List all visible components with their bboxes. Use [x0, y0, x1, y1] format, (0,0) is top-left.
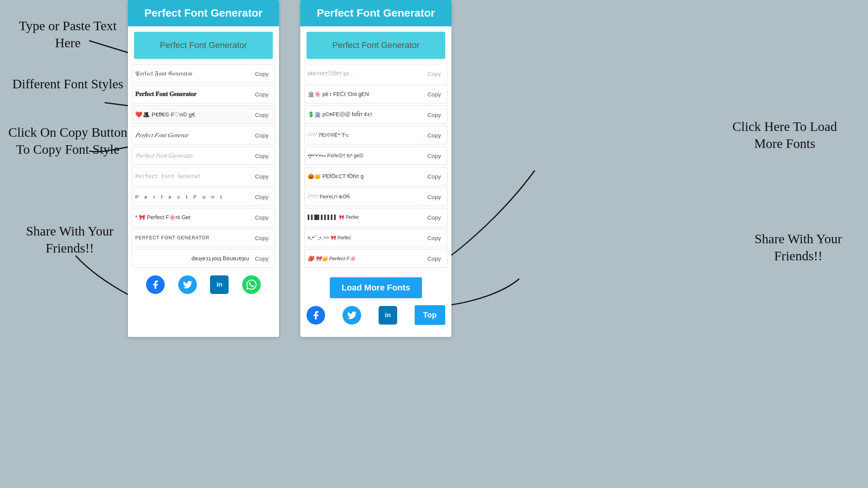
copy-btn-r5[interactable]: Copy — [424, 172, 444, 181]
font-text-r3: ∙′∙′∙′∙′ ℙEr©®Ē⁴ 千c — [308, 132, 422, 139]
copy-btn-6[interactable]: Copy — [251, 172, 272, 181]
twitter-icon-right[interactable] — [343, 306, 361, 325]
font-row-r9: 🎒·🎀👑 Perfect F🌸 Copy — [304, 249, 448, 268]
annotation-load-more: Click Here To Load More Fonts — [725, 118, 845, 152]
font-row-7: P e r f e c t F o n t Copy — [132, 187, 275, 206]
facebook-icon-left[interactable] — [146, 275, 165, 294]
font-text-r1: 🏛️🌸 pé r FEČt 'Ont gEN — [308, 91, 422, 97]
font-text-r8: ¤„•°¯„•..>> 🎀 Perfec — [308, 235, 422, 241]
linkedin-icon-left[interactable]: in — [210, 275, 229, 294]
annotation-share-left: Share With Your Friends!! — [19, 223, 120, 257]
font-text-9: PERFECT FONT GENERATOR — [135, 235, 249, 241]
annotation-click-copy: Click On Copy Button To Copy Font Style — [8, 124, 128, 158]
font-row-r8: ¤„•°¯„•..>> 🎀 Perfec Copy — [304, 229, 448, 247]
font-row-5: 𝘗𝘦𝘳𝘧𝘦𝘤𝘵 𝘍𝘰𝘯𝘵 𝘎𝘦𝘯𝘦𝘳𝘢𝘵𝘰 Copy — [132, 146, 275, 165]
font-text-r6: ∙′∙′∙′∙′∙′ Pея'eL⊓ ⊕ÔÑ — [308, 194, 422, 199]
copy-btn-r3[interactable]: Copy — [424, 131, 444, 140]
font-row-4: 𝑃𝑒𝑟𝑓𝑒𝑐𝑡 𝐹𝑜𝑛𝑡 𝐺𝑒𝑛𝑒𝑟𝑎𝑡 Copy — [132, 126, 275, 144]
font-text-r7: ▌▌█▌▌▌▌▌▌ 🎀 Perfec — [308, 215, 422, 220]
right-phone-panel: Perfect Font Generator Perfect Font Gene… — [300, 0, 451, 337]
right-panel-title: Perfect Font Generator — [307, 7, 445, 19]
social-row-left: in — [128, 271, 279, 300]
left-panel-header: Perfect Font Generator — [128, 0, 279, 26]
font-text-7: P e r f e c t F o n t — [135, 194, 249, 200]
copy-btn-4[interactable]: Copy — [251, 131, 272, 140]
copy-btn-2[interactable]: Copy — [251, 89, 272, 99]
font-row-r5: 🎃👑 PEfÔɛCT fÔNт g Copy — [304, 167, 448, 186]
copy-btn-8[interactable]: Copy — [251, 213, 272, 222]
copy-btn-7[interactable]: Copy — [251, 192, 272, 202]
font-row-r6: ∙′∙′∙′∙′∙′ Pея'eL⊓ ⊕ÔÑ Copy — [304, 187, 448, 206]
copy-btn-r0[interactable]: Copy — [424, 69, 444, 79]
font-text-r2: 💲🏛️ p©ʀFEⓄⓓ foÑт ¢ɛI — [308, 111, 422, 118]
copy-btn-9[interactable]: Copy — [251, 233, 272, 243]
copy-btn-r7[interactable]: Copy — [424, 213, 444, 222]
font-row-r1: 🏛️🌸 pé r FEČt 'Ont gEN Copy — [304, 85, 448, 103]
font-row-r0: p€ʀ†ɛ¢†ⓕÔñ† gɛ... Copy — [304, 64, 448, 83]
twitter-icon-left[interactable] — [178, 275, 197, 294]
copy-btn-3[interactable]: Copy — [251, 110, 272, 120]
font-text-2: 𝐏𝐞𝐫𝐟𝐞𝐜𝐭 𝐅𝐨𝐧𝐭 𝐆𝐞𝐧𝐞𝐫𝐚𝐭𝐨𝐫 — [135, 91, 249, 98]
copy-btn-5[interactable]: Copy — [251, 151, 272, 161]
font-row-3: ❤️🎩 P€ff€©️ F♡n© g€ Copy — [132, 105, 275, 124]
font-row-1: 𝔓𝔢𝔯𝔣𝔢𝔠𝔱 𝔉𝔬𝔫𝔱 𝔊𝔢𝔫𝔢𝔯𝔞𝔱𝔬𝔯 Copy — [132, 64, 275, 83]
text-input-right[interactable]: Perfect Font Generator — [307, 32, 445, 59]
copy-btn-r9[interactable]: Copy — [424, 254, 444, 263]
font-row-r3: ∙′∙′∙′∙′ ℙEr©®Ē⁴ 千c Copy — [304, 126, 448, 144]
font-row-9: PERFECT FONT GENERATOR Copy — [132, 229, 275, 247]
annotation-different-fonts: Different Font Styles — [12, 76, 124, 93]
copy-btn-10[interactable]: Copy — [251, 254, 272, 263]
copy-btn-r8[interactable]: Copy — [424, 233, 444, 243]
annotation-share-right: Share With Your Friends!! — [744, 230, 852, 265]
linkedin-icon-right[interactable]: in — [379, 306, 397, 325]
copy-btn-r1[interactable]: Copy — [424, 89, 444, 99]
font-row-r2: 💲🏛️ p©ʀFEⓄⓓ foÑт ¢ɛI Copy — [304, 105, 448, 124]
copy-btn-r2[interactable]: Copy — [424, 110, 444, 120]
font-text-4: 𝑃𝑒𝑟𝑓𝑒𝑐𝑡 𝐹𝑜𝑛𝑡 𝐺𝑒𝑛𝑒𝑟𝑎𝑡 — [135, 132, 249, 139]
font-row-r7: ▌▌█▌▌▌▌▌▌ 🎀 Perfec Copy — [304, 208, 448, 227]
text-input-left[interactable]: Perfect Font Generator — [134, 32, 273, 59]
copy-btn-r4[interactable]: Copy — [424, 151, 444, 161]
load-more-button[interactable]: Load More Fonts — [330, 277, 422, 298]
top-button[interactable]: Top — [415, 305, 445, 325]
annotation-type-paste: Type or Paste Text Here — [12, 17, 124, 52]
font-row-r4: •]••°•°•»» PɛrfeⓄ† fo⁴ geⓄ Copy — [304, 146, 448, 165]
font-row-2: 𝐏𝐞𝐫𝐟𝐞𝐜𝐭 𝐅𝐨𝐧𝐭 𝐆𝐞𝐧𝐞𝐫𝐚𝐭𝐨𝐫 Copy — [132, 85, 275, 103]
copy-btn-1[interactable]: Copy — [251, 69, 272, 79]
font-text-6: 𝙿𝚎𝚛𝚏𝚎𝚌𝚝 𝙵𝚘𝚗𝚝 𝙶𝚎𝚗𝚎𝚛𝚊𝚝 — [135, 173, 249, 179]
font-text-r9: 🎒·🎀👑 Perfect F🌸 — [308, 256, 422, 261]
font-text-3: ❤️🎩 P€ff€©️ F♡n© g€ — [135, 111, 249, 118]
right-panel-header: Perfect Font Generator — [300, 0, 451, 26]
copy-btn-r6[interactable]: Copy — [424, 192, 444, 202]
font-text-10: ɹoʇɐɹǝuǝƃ ʇuoɟ ʇɔǝɟɹǝd — [135, 255, 249, 261]
font-row-6: 𝙿𝚎𝚛𝚏𝚎𝚌𝚝 𝙵𝚘𝚗𝚝 𝙶𝚎𝚗𝚎𝚛𝚊𝚝 Copy — [132, 167, 275, 186]
font-text-r4: •]••°•°•»» PɛrfeⓄ† fo⁴ geⓄ — [308, 153, 422, 159]
font-text-8: * 🎀 Perfect F🌸nt Ger — [135, 214, 249, 220]
left-phone-panel: Perfect Font Generator Perfect Font Gene… — [128, 0, 279, 337]
font-text-r5: 🎃👑 PEfÔɛCT fÔNт g — [308, 173, 422, 179]
font-text-5: 𝘗𝘦𝘳𝘧𝘦𝘤𝘵 𝘍𝘰𝘯𝘵 𝘎𝘦𝘯𝘦𝘳𝘢𝘵𝘰 — [135, 152, 249, 159]
font-text-1: 𝔓𝔢𝔯𝔣𝔢𝔠𝔱 𝔉𝔬𝔫𝔱 𝔊𝔢𝔫𝔢𝔯𝔞𝔱𝔬𝔯 — [135, 70, 249, 77]
font-text-r0: p€ʀ†ɛ¢†ⓕÔñ† gɛ... — [308, 70, 422, 77]
font-row-10: ɹoʇɐɹǝuǝƃ ʇuoɟ ʇɔǝɟɹǝd Copy — [132, 249, 275, 268]
social-row-right: in Top — [300, 302, 451, 328]
font-row-8: * 🎀 Perfect F🌸nt Ger Copy — [132, 208, 275, 227]
whatsapp-icon-left[interactable] — [242, 275, 261, 294]
facebook-icon-right[interactable] — [307, 306, 325, 325]
left-panel-title: Perfect Font Generator — [134, 7, 273, 19]
